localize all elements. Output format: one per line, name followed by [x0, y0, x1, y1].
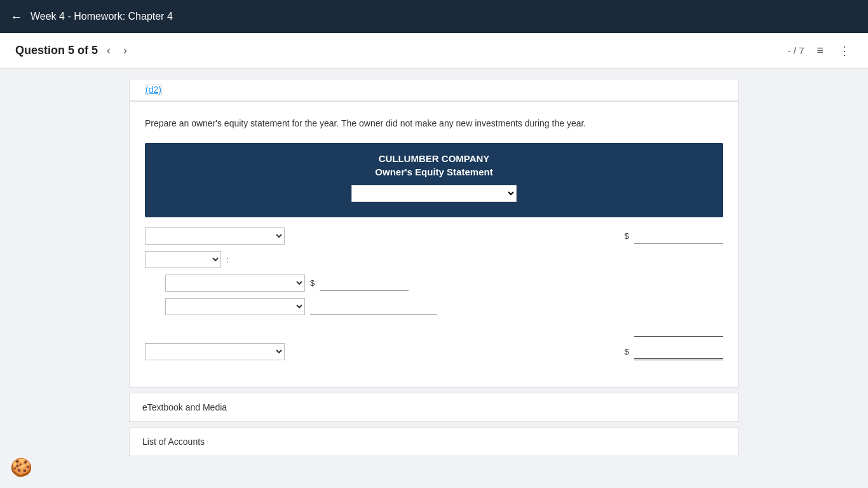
row1-item-select[interactable]: Owner's Capital, January 1 Net Income Dr…: [145, 227, 285, 245]
row2-type-select[interactable]: Add: Less:: [145, 251, 221, 268]
question-instruction: Prepare an owner's equity statement for …: [145, 117, 723, 130]
more-options-button[interactable]: ⋮: [836, 41, 853, 60]
form-row-4: Owner's Capital, January 1 Net Income Dr…: [145, 298, 723, 315]
back-icon: ←: [10, 10, 23, 24]
company-name-bold: COMPANY: [442, 153, 490, 164]
row3-item-select[interactable]: Owner's Capital, January 1 Net Income Dr…: [165, 274, 305, 292]
company-name: CULLUMBER COMPANY: [160, 153, 708, 164]
company-name-plain: CULLUMBER: [379, 153, 439, 164]
list-of-accounts-button[interactable]: List of Accounts: [129, 427, 739, 456]
page-title: Week 4 - Homework: Chapter 4: [31, 11, 173, 22]
row6-total-input[interactable]: [634, 344, 723, 360]
form-row-2: Add: Less: :: [145, 251, 723, 268]
cookie-button[interactable]: 🍪: [10, 457, 32, 478]
question-label: Question 5 of 5: [15, 44, 98, 57]
question-bar: Question 5 of 5 ‹ › - / 7 ≡ ⋮: [0, 33, 868, 69]
form-area: Owner's Capital, January 1 Net Income Dr…: [145, 217, 723, 372]
score-text: - / 7: [788, 45, 804, 56]
row4-amount-input[interactable]: [310, 299, 437, 315]
list-view-button[interactable]: ≡: [814, 41, 826, 60]
row6-item-select[interactable]: Owner's Capital, January 1 Net Income Dr…: [145, 343, 285, 360]
row2-colon: :: [226, 255, 229, 264]
form-row-3: Owner's Capital, January 1 Net Income Dr…: [145, 274, 723, 292]
row3-amount-input[interactable]: [320, 276, 409, 291]
top-bar: ← Week 4 - Homework: Chapter 4: [0, 0, 868, 33]
period-select-wrapper: For the Year Ended December 31, 2022 For…: [160, 185, 708, 202]
question-bar-right: - / 7 ≡ ⋮: [788, 41, 853, 60]
row3-dollar: $: [310, 278, 315, 288]
statement-title: Owner's Equity Statement: [160, 166, 708, 177]
form-row-1: Owner's Capital, January 1 Net Income Dr…: [145, 227, 723, 245]
form-row-6: Owner's Capital, January 1 Net Income Dr…: [145, 343, 723, 360]
subtotal-row: [145, 322, 723, 337]
row1-dollar: $: [625, 231, 629, 241]
etextbook-button[interactable]: eTextbook and Media: [129, 393, 739, 422]
main-content: (d2) Prepare an owner's equity statement…: [129, 69, 739, 482]
subtotal-input[interactable]: [634, 322, 723, 337]
next-question-button[interactable]: ›: [119, 41, 131, 60]
question-card: Prepare an owner's equity statement for …: [129, 101, 739, 388]
prev-question-button[interactable]: ‹: [103, 41, 114, 60]
row6-dollar: $: [625, 347, 629, 356]
row4-item-select[interactable]: Owner's Capital, January 1 Net Income Dr…: [165, 298, 305, 315]
equity-table-header: CULLUMBER COMPANY Owner's Equity Stateme…: [145, 143, 723, 217]
back-button[interactable]: ←: [10, 10, 23, 24]
question-nav: Question 5 of 5 ‹ ›: [15, 41, 131, 60]
period-select[interactable]: For the Year Ended December 31, 2022 For…: [351, 185, 517, 202]
row1-amount-input[interactable]: [634, 229, 723, 244]
breadcrumb-link[interactable]: (d2): [145, 84, 162, 95]
